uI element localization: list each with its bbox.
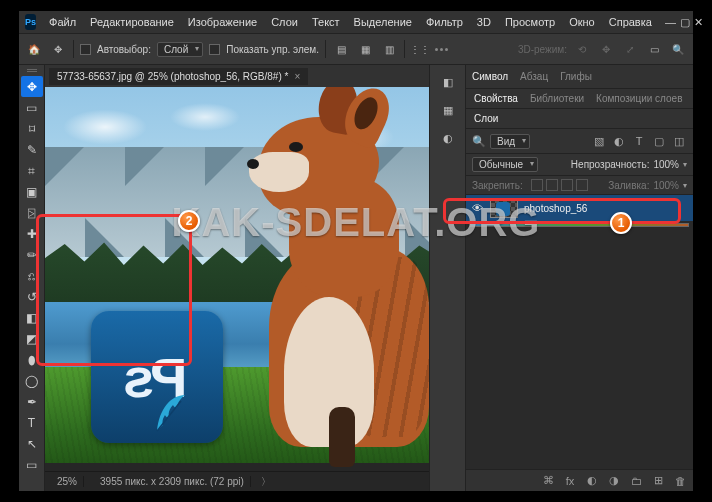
canvas[interactable]: Ps xyxy=(45,87,429,471)
layer-fx-icon[interactable]: fx xyxy=(563,475,577,487)
placed-ps-logo-layer[interactable]: Ps xyxy=(91,311,223,443)
window-close-button[interactable]: ✕ xyxy=(694,16,703,29)
new-layer-icon[interactable]: ⊞ xyxy=(651,474,665,487)
tab-glyphs[interactable]: Глифы xyxy=(560,71,592,82)
lock-all-icon[interactable] xyxy=(561,179,573,191)
fox-illustration xyxy=(229,97,429,457)
brush-tool[interactable]: ✏ xyxy=(21,244,43,265)
lock-position-icon[interactable] xyxy=(546,179,558,191)
panel-icon-adjustments[interactable]: ◐ xyxy=(436,127,460,149)
menu-image[interactable]: Изображение xyxy=(183,16,262,28)
panel-icon-color[interactable]: ◧ xyxy=(436,71,460,93)
menu-window[interactable]: Окно xyxy=(564,16,600,28)
delete-layer-icon[interactable]: 🗑 xyxy=(673,475,687,487)
layer-name[interactable]: photoshop_56 xyxy=(524,203,587,214)
filter-smart-icon[interactable]: ◫ xyxy=(671,133,687,149)
layer-item-background[interactable] xyxy=(470,223,689,227)
move-tool-preset-icon[interactable]: ✥ xyxy=(49,40,67,58)
move-tool[interactable]: ✥ xyxy=(21,76,43,97)
frame-tool[interactable]: ▣ xyxy=(21,181,43,202)
menu-help[interactable]: Справка xyxy=(604,16,657,28)
align-right-icon[interactable]: ▥ xyxy=(380,40,398,58)
new-group-icon[interactable]: 🗀 xyxy=(629,475,643,487)
tab-character[interactable]: Символ xyxy=(472,71,508,82)
filter-type-icon[interactable]: T xyxy=(631,133,647,149)
mode-3d-zoom-icon[interactable]: ⤢ xyxy=(621,40,639,58)
lasso-tool[interactable]: ⌑ xyxy=(21,118,43,139)
home-icon[interactable]: 🏠 xyxy=(25,40,43,58)
marquee-tool[interactable]: ▭ xyxy=(21,97,43,118)
shape-tool[interactable]: ▭ xyxy=(21,454,43,475)
type-tool[interactable]: T xyxy=(21,412,43,433)
auto-select-label: Автовыбор: xyxy=(97,44,151,55)
distribute-icon[interactable]: ⋮⋮ xyxy=(411,40,429,58)
new-adjustment-icon[interactable]: ◑ xyxy=(607,474,621,487)
more-align-icon[interactable] xyxy=(435,48,448,51)
chevron-down-icon[interactable]: ▾ xyxy=(683,160,687,169)
panel-dock: Символ Абзац Глифы Свойства Библиотеки К… xyxy=(465,65,693,491)
blur-tool[interactable]: ⬮ xyxy=(21,349,43,370)
zoom-level[interactable]: 25% xyxy=(51,476,84,487)
lock-artboard-icon[interactable] xyxy=(576,179,588,191)
menu-view[interactable]: Просмотр xyxy=(500,16,560,28)
toolbox-grip-icon[interactable] xyxy=(27,69,37,73)
document-tab[interactable]: 57733-65637.jpg @ 25% (photoshop_56, RGB… xyxy=(49,68,308,85)
history-brush-tool[interactable]: ↺ xyxy=(21,286,43,307)
blend-mode-select[interactable]: Обычные xyxy=(472,157,538,172)
show-transform-checkbox[interactable] xyxy=(209,44,220,55)
path-select-tool[interactable]: ↖ xyxy=(21,433,43,454)
document-info[interactable]: 3955 пикс. x 2309 пикс. (72 ppi) xyxy=(94,476,251,487)
healing-brush-tool[interactable]: ✚ xyxy=(21,223,43,244)
auto-select-target-select[interactable]: Слой xyxy=(157,42,203,57)
menu-edit[interactable]: Редактирование xyxy=(85,16,179,28)
chevron-down-icon[interactable]: ▾ xyxy=(683,181,687,190)
menu-layers[interactable]: Слои xyxy=(266,16,303,28)
layers-footer: ⌘ fx ◐ ◑ 🗀 ⊞ 🗑 xyxy=(466,469,693,491)
quick-select-tool[interactable]: ✎ xyxy=(21,139,43,160)
menu-select[interactable]: Выделение xyxy=(349,16,417,28)
align-center-icon[interactable]: ▦ xyxy=(356,40,374,58)
menu-3d[interactable]: 3D xyxy=(472,16,496,28)
auto-select-checkbox[interactable] xyxy=(80,44,91,55)
layer-thumbnail[interactable] xyxy=(490,198,518,218)
layers-filter-bar: 🔍 Вид ▧ ◐ T ▢ ◫ xyxy=(466,129,693,154)
mode-3d-orbit-icon[interactable]: ⟲ xyxy=(573,40,591,58)
tab-paragraph[interactable]: Абзац xyxy=(520,71,548,82)
status-caret-icon[interactable]: 〉 xyxy=(261,475,271,489)
menu-file[interactable]: Файл xyxy=(44,16,81,28)
opacity-value[interactable]: 100% xyxy=(653,159,679,170)
lock-pixels-icon[interactable] xyxy=(531,179,543,191)
panel-icon-swatches[interactable]: ▦ xyxy=(436,99,460,121)
crop-tool[interactable]: ⌗ xyxy=(21,160,43,181)
align-left-icon[interactable]: ▤ xyxy=(332,40,350,58)
workspace-switcher-icon[interactable]: ▭ xyxy=(645,40,663,58)
menu-type[interactable]: Текст xyxy=(307,16,345,28)
link-layers-icon[interactable]: ⌘ xyxy=(541,474,555,487)
layer-filter-kind-select[interactable]: Вид xyxy=(490,134,530,149)
tab-layer-comps[interactable]: Композиции слоев xyxy=(596,93,682,104)
clone-stamp-tool[interactable]: ⎌ xyxy=(21,265,43,286)
window-minimize-button[interactable]: — xyxy=(665,16,676,28)
gradient-tool[interactable]: ◩ xyxy=(21,328,43,349)
eraser-tool[interactable]: ◧ xyxy=(21,307,43,328)
search-icon[interactable]: 🔍 xyxy=(669,40,687,58)
opacity-label: Непрозрачность: xyxy=(571,159,650,170)
filter-pixel-icon[interactable]: ▧ xyxy=(591,133,607,149)
layer-item[interactable]: 👁 photoshop_56 xyxy=(466,195,693,221)
fill-label: Заливка: xyxy=(608,180,649,191)
menu-filter[interactable]: Фильтр xyxy=(421,16,468,28)
tab-libraries[interactable]: Библиотеки xyxy=(530,93,584,104)
eyedropper-tool[interactable]: ⍄ xyxy=(21,202,43,223)
mode-3d-pan-icon[interactable]: ✥ xyxy=(597,40,615,58)
layer-mask-icon[interactable]: ◐ xyxy=(585,474,599,487)
tab-layers[interactable]: Слои xyxy=(474,113,498,124)
pen-tool[interactable]: ✒ xyxy=(21,391,43,412)
dodge-tool[interactable]: ◯ xyxy=(21,370,43,391)
fill-value[interactable]: 100% xyxy=(653,180,679,191)
tab-properties[interactable]: Свойства xyxy=(474,93,518,104)
filter-adjust-icon[interactable]: ◐ xyxy=(611,133,627,149)
filter-shape-icon[interactable]: ▢ xyxy=(651,133,667,149)
close-icon[interactable]: × xyxy=(294,71,300,82)
window-maximize-button[interactable]: ▢ xyxy=(680,16,690,29)
layer-visibility-icon[interactable]: 👁 xyxy=(470,202,484,214)
